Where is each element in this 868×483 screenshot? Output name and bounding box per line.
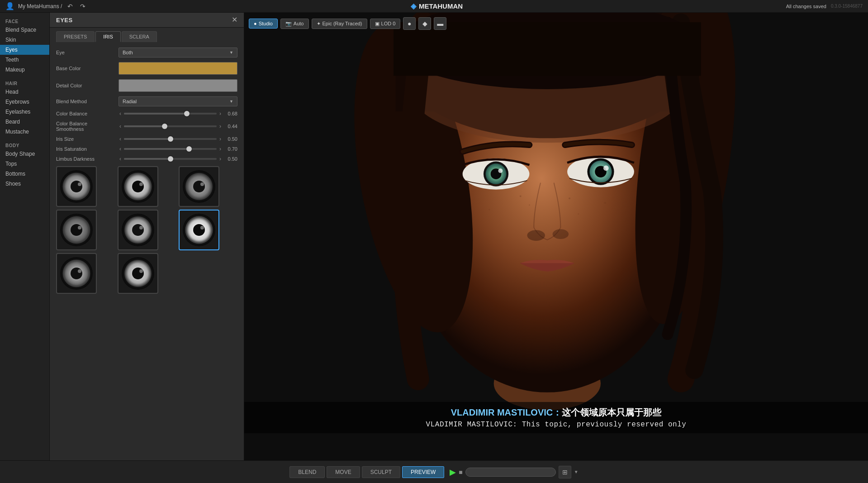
base-color-label: Base Color xyxy=(56,66,115,71)
sidebar-item-blend-space[interactable]: Blend Space xyxy=(0,25,49,35)
viewport-diamond-button[interactable]: ◆ xyxy=(418,17,431,30)
sidebar-item-beard[interactable]: Beard xyxy=(0,117,49,127)
limbus-darkness-thumb[interactable] xyxy=(168,156,173,162)
svg-point-64 xyxy=(527,230,545,241)
limbus-darkness-decrement-button[interactable]: ‹ xyxy=(119,156,122,162)
blend-method-label: Blend Method xyxy=(56,99,115,104)
sidebar-item-teeth[interactable]: Teeth xyxy=(0,55,49,65)
iris-size-control: ‹ › 0.50 xyxy=(119,136,237,142)
limbus-darkness-increment-button[interactable]: › xyxy=(218,156,222,162)
color-balance-track[interactable] xyxy=(124,113,217,115)
svg-point-17 xyxy=(200,182,204,186)
iris-size-slider-container: ‹ › 0.50 xyxy=(119,136,237,142)
sidebar-item-eyebrows[interactable]: Eyebrows xyxy=(0,97,49,107)
tab-presets[interactable]: PRESETS xyxy=(56,31,95,42)
bottom-tab-preview[interactable]: PREVIEW xyxy=(402,466,444,478)
undo-button[interactable]: ↶ xyxy=(66,2,75,11)
sidebar-item-tops[interactable]: Tops xyxy=(0,159,49,169)
base-color-row: Base Color xyxy=(56,62,237,75)
camera-icon: ● xyxy=(254,21,257,26)
base-color-swatch[interactable] xyxy=(119,62,237,75)
iris-size-increment-button[interactable]: › xyxy=(218,136,222,142)
limbus-darkness-track[interactable] xyxy=(124,158,217,160)
playback-controls: ▶ ■ ⊞ ▼ xyxy=(450,466,578,478)
subtitle-cn-text: 这个领域原本只属于那些 xyxy=(562,407,661,417)
iris-saturation-track[interactable] xyxy=(124,148,217,150)
auto-button[interactable]: 📷 Auto xyxy=(280,19,309,29)
bottom-tabs-container: BLENDMOVESCULPTPREVIEW xyxy=(289,466,444,478)
render-quality-button[interactable]: ✦ Epic (Ray Traced) xyxy=(312,19,367,29)
eye-dropdown[interactable]: Both ▼ xyxy=(119,48,237,57)
redo-button[interactable]: ↷ xyxy=(78,2,87,11)
preset-iris-3 xyxy=(181,168,217,205)
subtitle-english: VLADIMIR MASTILOVIC: This topic, previou… xyxy=(253,421,859,429)
preset-iris-2 xyxy=(120,168,156,205)
iris-saturation-thumb[interactable] xyxy=(186,146,192,152)
face-render xyxy=(244,13,868,433)
face-section-label: FACE xyxy=(0,16,49,25)
preset-item-1[interactable] xyxy=(56,166,97,207)
grid-view-button[interactable]: ⊞ xyxy=(559,466,571,478)
sidebar-item-skin[interactable]: Skin xyxy=(0,35,49,45)
sidebar-item-eyelashes[interactable]: Eyelashes xyxy=(0,107,49,117)
preset-item-4[interactable] xyxy=(56,210,97,250)
tab-iris[interactable]: IRIS xyxy=(95,31,120,42)
sidebar-item-makeup[interactable]: Makeup xyxy=(0,65,49,75)
iris-size-label: Iris Size xyxy=(56,136,115,142)
preset-item-6[interactable] xyxy=(179,210,219,250)
iris-saturation-fill xyxy=(124,148,189,150)
svg-point-5 xyxy=(71,181,82,192)
sidebar-item-head[interactable]: Head xyxy=(0,87,49,97)
color-balance-smoothness-fill xyxy=(124,125,165,127)
preset-item-5[interactable] xyxy=(118,210,158,250)
iris-size-track[interactable] xyxy=(124,138,217,140)
color-balance-smoothness-thumb[interactable] xyxy=(162,124,167,129)
lod-button[interactable]: ▣ LOD 0 xyxy=(370,19,401,29)
blend-method-row: Blend Method Radial ▼ xyxy=(56,96,237,106)
iris-saturation-decrement-button[interactable]: ‹ xyxy=(119,146,122,152)
preset-item-3[interactable] xyxy=(179,166,219,207)
svg-point-28 xyxy=(139,226,143,230)
iris-saturation-value: 0.70 xyxy=(224,146,237,152)
preset-iris-4 xyxy=(58,212,95,248)
viewport-dash-button[interactable]: ▬ xyxy=(434,17,446,30)
preset-item-2[interactable] xyxy=(118,166,158,207)
iris-size-thumb[interactable] xyxy=(168,136,173,142)
panel-close-button[interactable]: ✕ xyxy=(232,16,237,24)
blend-method-chevron-icon: ▼ xyxy=(229,99,233,104)
sidebar-item-mustache[interactable]: Mustache xyxy=(0,127,49,137)
play-button[interactable]: ▶ xyxy=(450,467,456,477)
bottom-tab-move[interactable]: MOVE xyxy=(327,466,360,478)
detail-color-swatch[interactable] xyxy=(119,79,237,92)
viewport-circle-button[interactable]: ● xyxy=(403,17,416,30)
sidebar-item-bottoms[interactable]: Bottoms xyxy=(0,169,49,179)
color-balance-increment-button[interactable]: › xyxy=(218,111,222,116)
bottom-tab-blend[interactable]: BLEND xyxy=(289,466,325,478)
svg-point-12 xyxy=(132,181,144,192)
color-balance-value: 0.68 xyxy=(224,111,237,116)
svg-point-27 xyxy=(132,224,144,236)
app-title: METAHUMAN xyxy=(419,2,463,10)
iris-size-decrement-button[interactable]: ‹ xyxy=(119,136,122,142)
preset-item-7[interactable] xyxy=(56,253,97,294)
sidebar-item-shoes[interactable]: Shoes xyxy=(0,179,49,189)
bottom-tab-sculpt[interactable]: SCULPT xyxy=(362,466,400,478)
timeline-scrubber[interactable] xyxy=(465,468,556,477)
iris-saturation-increment-button[interactable]: › xyxy=(218,146,222,152)
color-balance-smoothness-increment-button[interactable]: › xyxy=(218,124,222,129)
tab-sclera[interactable]: SCLERA xyxy=(122,31,157,42)
sidebar-item-eyes[interactable]: Eyes xyxy=(0,45,49,55)
blend-method-dropdown[interactable]: Radial ▼ xyxy=(119,96,237,106)
stop-button[interactable]: ■ xyxy=(459,469,462,476)
preset-item-8[interactable] xyxy=(118,253,158,294)
color-balance-smoothness-control: ‹ › 0.44 xyxy=(119,124,237,129)
svg-point-66 xyxy=(520,195,522,197)
color-balance-smoothness-decrement-button[interactable]: ‹ xyxy=(119,124,122,129)
color-balance-thumb[interactable] xyxy=(184,111,190,116)
color-balance-decrement-button[interactable]: ‹ xyxy=(119,111,122,116)
metahuman-logo-icon: 👤 xyxy=(5,2,14,10)
studio-button[interactable]: ● Studio xyxy=(249,19,278,29)
breadcrumb: My MetaHumans / xyxy=(18,3,62,10)
sidebar-item-body-shape[interactable]: Body Shape xyxy=(0,149,49,159)
color-balance-smoothness-track[interactable] xyxy=(124,125,217,127)
